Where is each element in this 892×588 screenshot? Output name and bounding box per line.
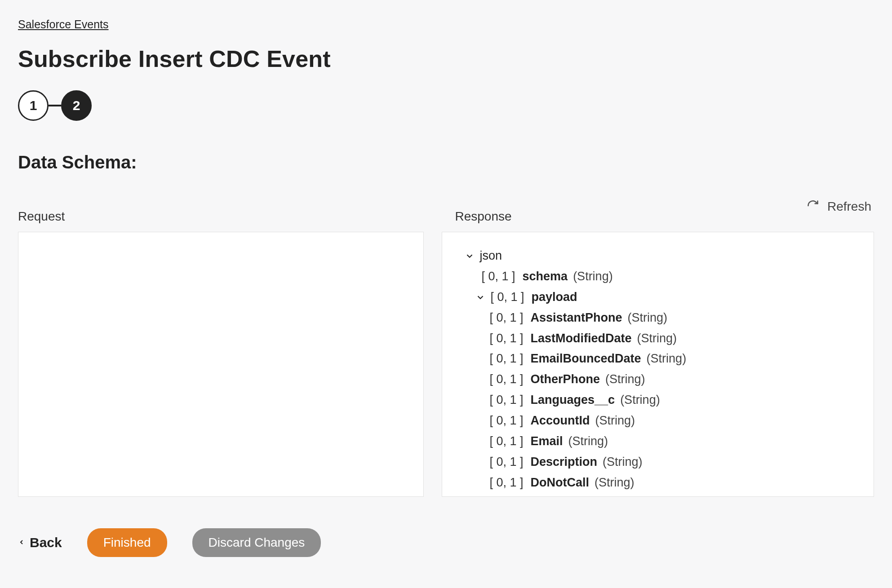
field-name: AssistantPhone xyxy=(531,308,622,328)
step-1[interactable]: 1 xyxy=(18,90,49,121)
page-title: Subscribe Insert CDC Event xyxy=(18,45,874,72)
chevron-down-icon[interactable] xyxy=(465,251,475,261)
tree-field-row[interactable]: [ 0, 1 ]AssistantPhone(String) xyxy=(456,308,861,328)
tree-field-row[interactable]: [ 0, 1 ]Description(String) xyxy=(456,452,861,473)
tree-field-row[interactable]: [ 0, 1 ]LastModifiedDate(String) xyxy=(456,328,861,349)
field-type: (String) xyxy=(595,473,635,493)
tree-field-row[interactable]: [ 0, 1 ]Languages__c(String) xyxy=(456,390,861,411)
cardinality: [ 0, 1 ] xyxy=(490,308,524,328)
tree-field-row[interactable]: [ 0, 1 ]Email(String) xyxy=(456,431,861,452)
cardinality: [ 0, 1 ] xyxy=(490,369,524,390)
cardinality: [ 0, 1 ] xyxy=(490,431,524,452)
cardinality: [ 0, 1 ] xyxy=(482,266,515,287)
step-2[interactable]: 2 xyxy=(61,90,92,121)
field-type: (String) xyxy=(568,431,608,452)
cardinality: [ 0, 1 ] xyxy=(490,328,524,349)
field-type: (String) xyxy=(637,328,677,349)
field-type: (String) xyxy=(573,266,613,287)
tree-schema-row[interactable]: [ 0, 1 ] schema (String) xyxy=(456,266,861,287)
field-type: (String) xyxy=(647,349,687,369)
field-name: Languages__c xyxy=(531,390,615,411)
field-type: (String) xyxy=(603,452,643,473)
cardinality: [ 0, 1 ] xyxy=(490,473,524,493)
page-root: Salesforce Events Subscribe Insert CDC E… xyxy=(0,0,892,575)
cardinality: [ 0, 1 ] xyxy=(490,411,524,431)
chevron-left-icon xyxy=(18,535,25,550)
schema-tree: json [ 0, 1 ] schema (String) [ 0, 1 ] p… xyxy=(456,246,861,493)
field-name: LastModifiedDate xyxy=(531,328,632,349)
section-heading: Data Schema: xyxy=(18,152,874,172)
cardinality: [ 0, 1 ] xyxy=(491,287,524,308)
tree-field-row[interactable]: [ 0, 1 ]AccountId(String) xyxy=(456,411,861,431)
finished-button[interactable]: Finished xyxy=(87,528,167,557)
panels-header: Request Response xyxy=(18,209,874,232)
footer: Back Finished Discard Changes xyxy=(18,528,874,557)
field-type: (String) xyxy=(595,411,635,431)
chevron-down-icon[interactable] xyxy=(475,292,485,302)
request-label: Request xyxy=(18,209,437,224)
breadcrumb-link[interactable]: Salesforce Events xyxy=(18,18,109,31)
tree-field-row[interactable]: [ 0, 1 ]EmailBouncedDate(String) xyxy=(456,349,861,369)
back-label: Back xyxy=(30,535,62,550)
field-name: OtherPhone xyxy=(531,369,600,390)
field-name: DoNotCall xyxy=(531,473,590,493)
field-type: (String) xyxy=(620,390,660,411)
tree-root-label: json xyxy=(480,246,502,266)
step-connector xyxy=(49,105,61,106)
field-name: schema xyxy=(523,266,568,287)
cardinality: [ 0, 1 ] xyxy=(490,452,524,473)
tree-field-row[interactable]: [ 0, 1 ]DoNotCall(String) xyxy=(456,473,861,493)
response-label: Response xyxy=(455,209,874,224)
field-type: (String) xyxy=(605,369,645,390)
cardinality: [ 0, 1 ] xyxy=(490,349,524,369)
discard-button[interactable]: Discard Changes xyxy=(192,528,321,557)
back-button[interactable]: Back xyxy=(18,535,62,550)
cardinality: [ 0, 1 ] xyxy=(490,390,524,411)
request-panel xyxy=(18,232,424,497)
field-name: AccountId xyxy=(531,411,590,431)
payload-fields: [ 0, 1 ]AssistantPhone(String)[ 0, 1 ]La… xyxy=(456,308,861,493)
field-type: (String) xyxy=(628,308,668,328)
response-panel: json [ 0, 1 ] schema (String) [ 0, 1 ] p… xyxy=(442,232,874,497)
tree-payload-row[interactable]: [ 0, 1 ] payload xyxy=(456,287,861,308)
field-name: EmailBouncedDate xyxy=(531,349,641,369)
field-name: Email xyxy=(531,431,563,452)
panels: json [ 0, 1 ] schema (String) [ 0, 1 ] p… xyxy=(18,232,874,497)
field-name: payload xyxy=(532,287,577,308)
stepper: 1 2 xyxy=(18,90,874,121)
tree-root-row[interactable]: json xyxy=(456,246,861,266)
field-name: Description xyxy=(531,452,598,473)
tree-field-row[interactable]: [ 0, 1 ]OtherPhone(String) xyxy=(456,369,861,390)
